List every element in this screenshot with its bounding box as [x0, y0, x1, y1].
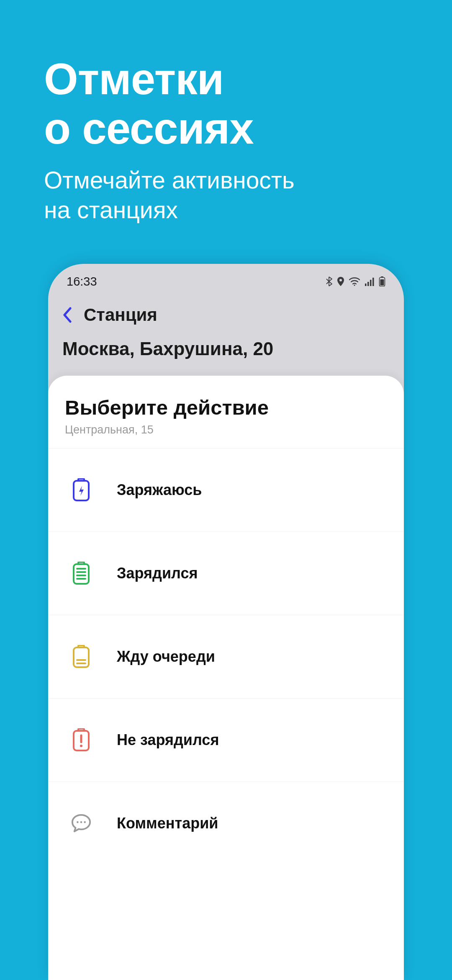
- status-bar: 16:33: [48, 264, 404, 295]
- battery-charging-icon: [71, 478, 92, 502]
- svg-point-24: [80, 745, 82, 747]
- promo-title: Отметки о сессиях: [0, 0, 452, 165]
- status-time: 16:33: [67, 275, 97, 289]
- svg-rect-4: [370, 280, 372, 286]
- action-charging[interactable]: Заряжаюсь: [48, 449, 404, 532]
- svg-point-26: [80, 821, 82, 823]
- battery-status-icon: [379, 276, 385, 286]
- action-sheet: Выберите действие Центральная, 15 Заряжа…: [48, 376, 404, 980]
- svg-rect-2: [365, 284, 367, 286]
- promo-sub-line1: Отмечайте активность: [44, 167, 295, 193]
- sheet-subtitle: Центральная, 15: [65, 423, 387, 436]
- promo-title-line1: Отметки: [44, 54, 223, 103]
- phone-frame: 16:33 Станция Москва, Бахрушина, 20 Выбе…: [48, 264, 404, 980]
- location-icon: [337, 276, 344, 286]
- battery-full-icon: [71, 561, 92, 585]
- action-label: Комментарий: [117, 815, 218, 832]
- wifi-icon: [349, 277, 360, 286]
- station-address: Москва, Бахрушина, 20: [48, 336, 404, 371]
- sheet-header: Выберите действие Центральная, 15: [48, 376, 404, 449]
- comment-icon: [71, 811, 92, 836]
- action-label: Не зарядился: [117, 731, 219, 749]
- back-icon[interactable]: [62, 307, 72, 323]
- action-failed[interactable]: Не зарядился: [48, 699, 404, 782]
- bluetooth-icon: [326, 276, 333, 286]
- action-charged[interactable]: Зарядился: [48, 532, 404, 615]
- status-icons: [326, 276, 385, 286]
- action-label: Зарядился: [117, 565, 198, 582]
- promo-sub-line2: на станциях: [44, 196, 178, 223]
- svg-point-27: [84, 821, 86, 823]
- app-header: Станция: [48, 295, 404, 336]
- action-label: Заряжаюсь: [117, 481, 202, 499]
- battery-alert-icon: [71, 728, 92, 752]
- svg-rect-8: [380, 279, 384, 286]
- svg-rect-5: [372, 278, 374, 286]
- promo-subtitle: Отмечайте активность на станциях: [0, 165, 452, 225]
- promo-title-line2: о сессиях: [44, 104, 254, 153]
- svg-point-0: [339, 279, 342, 281]
- battery-low-icon: [71, 645, 92, 669]
- svg-point-25: [77, 821, 79, 823]
- sheet-title: Выберите действие: [65, 396, 387, 419]
- action-waiting[interactable]: Жду очереди: [48, 615, 404, 699]
- svg-rect-12: [74, 564, 89, 584]
- svg-rect-3: [367, 282, 369, 286]
- page-title: Станция: [84, 305, 157, 325]
- action-label: Жду очереди: [117, 648, 215, 665]
- svg-point-1: [354, 284, 355, 286]
- action-comment[interactable]: Комментарий: [48, 782, 404, 865]
- signal-icon: [365, 277, 375, 286]
